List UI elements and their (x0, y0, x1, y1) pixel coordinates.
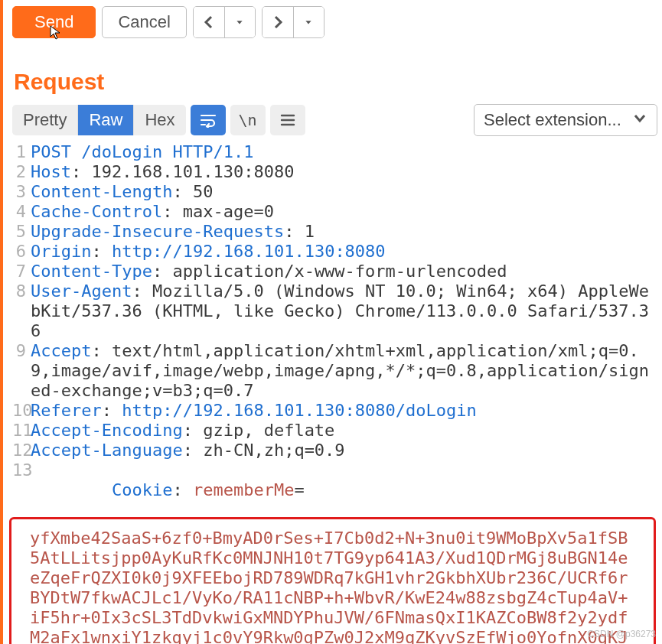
forward-icon[interactable] (263, 7, 293, 37)
request-line: Cache-Control: max-age=0 (31, 202, 662, 222)
extension-select[interactable]: Select extension... (474, 104, 657, 136)
line-number: 11 (12, 421, 31, 441)
line-number: 4 (12, 202, 31, 222)
line-number: 5 (12, 222, 31, 242)
request-editor[interactable]: 1POST /doLogin HTTP/1.12Host: 192.168.10… (12, 142, 662, 644)
request-line: Content-Length: 50 (31, 182, 662, 202)
history-forward-split[interactable] (262, 6, 324, 38)
line-number: 7 (12, 262, 31, 281)
history-back-split[interactable] (193, 6, 256, 38)
request-line: Accept-Language: zh-CN,zh;q=0.9 (31, 441, 662, 460)
back-dropdown-icon[interactable] (224, 7, 255, 37)
extension-select-label: Select extension... (484, 110, 621, 130)
menu-icon[interactable] (270, 105, 305, 135)
highlight-box: yfXmbe42SaaS+6zf0+BmyAD0rSes+I7Cb0d2+N+3… (9, 517, 656, 644)
forward-dropdown-icon[interactable] (293, 7, 324, 37)
watermark: CSDN @p36273 (587, 629, 656, 639)
request-line: Host: 192.168.101.130:8080 (31, 162, 662, 182)
tab-hex[interactable]: Hex (134, 105, 185, 135)
action-toolbar: Send Cancel (12, 6, 662, 44)
tab-raw[interactable]: Raw (78, 105, 134, 135)
request-line: Referer: http://192.168.101.130:8080/doL… (31, 401, 662, 421)
line-number: 1 (12, 142, 31, 162)
show-escapes-toggle[interactable]: \n (230, 105, 266, 135)
escapes-label: \n (239, 111, 257, 129)
line-number: 9 (12, 341, 31, 361)
wrap-toggle-icon[interactable] (191, 105, 226, 135)
line-number: 3 (12, 182, 31, 202)
line-number: 10 (12, 401, 31, 421)
send-label: Send (34, 12, 73, 32)
request-line: Content-Type: application/x-www-form-url… (31, 262, 662, 281)
cookie-cipher-value: yfXmbe42SaaS+6zf0+BmyAD0rSes+I7Cb0d2+N+3… (30, 529, 635, 644)
back-icon[interactable] (194, 7, 224, 37)
view-toolbar: Pretty Raw Hex \n (12, 104, 662, 136)
line-number: 13 (12, 460, 31, 480)
request-line: POST /doLogin HTTP/1.1 (31, 142, 662, 162)
request-line: User-Agent: Mozilla/5.0 (Windows NT 10.0… (31, 281, 662, 341)
cancel-label: Cancel (118, 12, 170, 32)
chevron-down-icon (632, 110, 647, 130)
request-line: Upgrade-Insecure-Requests: 1 (31, 222, 662, 242)
header-cookie: Cookie: rememberMe= (31, 460, 662, 520)
view-mode-tabs: Pretty Raw Hex (12, 105, 186, 135)
line-number: 12 (12, 441, 31, 460)
section-title: Request (14, 69, 662, 95)
line-number: 8 (12, 281, 31, 301)
send-button[interactable]: Send (12, 6, 96, 38)
tab-pretty[interactable]: Pretty (12, 105, 78, 135)
request-line: Accept-Encoding: gzip, deflate (31, 421, 662, 441)
cancel-button[interactable]: Cancel (102, 6, 186, 38)
line-number: 6 (12, 242, 31, 262)
request-line: Accept: text/html,application/xhtml+xml,… (31, 341, 662, 401)
request-line: Origin: http://192.168.101.130:8080 (31, 242, 662, 262)
line-number: 2 (12, 162, 31, 182)
